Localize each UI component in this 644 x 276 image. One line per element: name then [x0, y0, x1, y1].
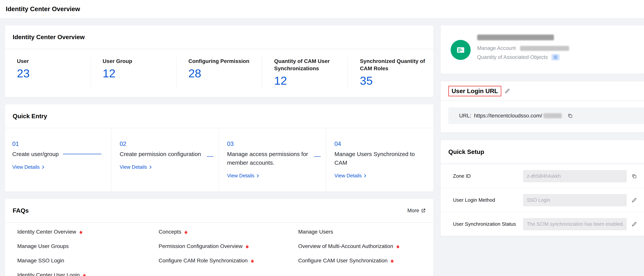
quick-setup-row-sync-status: User Synchronization Status The SCIM syn…	[441, 212, 644, 236]
faqs-card: FAQs More Identity Center Overview Conce…	[5, 199, 433, 276]
quick-entry-steps: 01 Create user/group View Details 02	[5, 128, 433, 192]
step-title: Create permission configuration	[120, 150, 204, 158]
hot-flame-icon	[390, 258, 394, 263]
copy-url-button[interactable]	[567, 113, 573, 118]
account-card: Manage Account Quantity of Associated Ob…	[441, 25, 644, 74]
step-number: 02	[120, 140, 211, 148]
url-label: URL:	[459, 113, 472, 119]
stat-cam-user-synchronizations: Quantity of CAM User Synchronizations 12	[262, 57, 348, 88]
view-details-link[interactable]: View Details	[227, 173, 260, 179]
step-number: 04	[334, 140, 426, 148]
faq-link[interactable]: Identity Center User Login	[17, 268, 158, 276]
quick-entry-step-4: 04 Manage Users Synchronized to CAM View…	[326, 128, 433, 192]
view-details-link[interactable]: View Details	[334, 173, 367, 179]
redacted-account-name	[477, 34, 554, 40]
overview-card-header: Identity Center Overview	[5, 25, 433, 49]
zone-id-value-field: z-dh5i84h4ukkh	[523, 170, 627, 182]
quick-entry-step-3: 03 Manage access permissions for member …	[219, 128, 326, 192]
step-connector-dash	[314, 156, 321, 157]
faq-link[interactable]: Concepts	[158, 224, 298, 239]
faqs-card-header: FAQs More	[5, 199, 433, 223]
stat-configuring-permission: Configuring Permission 28	[176, 57, 262, 88]
quick-setup-row-label: User Synchronization Status	[453, 221, 523, 227]
copy-zone-id-button[interactable]	[631, 173, 637, 179]
associated-objects-row: Quantity of Associated Objects	[477, 54, 569, 60]
step-connector-line	[63, 154, 102, 154]
hot-flame-icon	[82, 272, 86, 276]
faqs-more-link[interactable]: More	[407, 208, 426, 214]
user-login-url-card: User Login URL URL: https://tencentcloud…	[441, 82, 644, 132]
quick-setup-row-label: Zone ID	[453, 173, 523, 179]
external-link-icon	[421, 208, 426, 213]
faq-label: Configure CAM User Synchronization	[298, 258, 388, 264]
chevron-right-icon	[148, 165, 152, 169]
manage-account-label: Manage Account	[477, 45, 516, 51]
overview-card-title: Identity Center Overview	[13, 34, 85, 41]
faq-link[interactable]: Manage SSO Login	[17, 253, 158, 268]
faq-label: Permission Configuration Overview	[158, 243, 242, 249]
redacted-url-suffix	[544, 113, 562, 118]
main-layout: Identity Center Overview User 23 User Gr…	[0, 18, 644, 276]
view-details-link[interactable]: View Details	[12, 164, 45, 170]
faq-label: Configure CAM Role Synchronization	[158, 258, 248, 264]
step-number: 03	[227, 140, 318, 148]
edit-sync-status-button[interactable]	[631, 221, 637, 227]
stat-label: User	[17, 58, 85, 65]
stat-value: 35	[360, 74, 428, 88]
hot-flame-icon	[396, 244, 400, 249]
hot-flame-icon	[184, 229, 188, 234]
page-title: Identity Center Overview	[6, 5, 80, 13]
login-method-value-field: SSO Login	[523, 194, 627, 206]
right-column: Manage Account Quantity of Associated Ob…	[441, 25, 644, 236]
edit-login-url-button[interactable]	[504, 88, 510, 94]
view-details-link[interactable]: View Details	[120, 164, 152, 170]
faq-label: Overview of Multi-Account Authorization	[298, 243, 393, 249]
user-login-url-title: User Login URL	[452, 88, 498, 94]
stat-value: 12	[274, 74, 342, 88]
view-details-label: View Details	[227, 173, 254, 179]
step-title: Manage access permissions for member acc…	[227, 150, 312, 167]
quick-setup-row-zone-id: Zone ID z-dh5i84h4ukkh	[441, 164, 644, 188]
stat-value: 12	[103, 67, 170, 80]
faq-label: Manage SSO Login	[17, 258, 64, 264]
step-number: 01	[12, 140, 104, 148]
overview-stats: User 23 User Group 12 Configuring Permis…	[5, 49, 433, 97]
faq-label: Manage Users	[298, 229, 333, 235]
step-title: Create user/group	[12, 150, 59, 158]
user-login-url-title-highlight: User Login URL	[448, 86, 501, 96]
view-details-label: View Details	[12, 164, 40, 170]
faq-link[interactable]: Configure CAM User Synchronization	[298, 253, 426, 268]
faq-label: Identity Center User Login	[17, 272, 80, 276]
quick-setup-card: Quick Setup Zone ID z-dh5i84h4ukkh User …	[441, 140, 644, 236]
associated-objects-label: Quantity of Associated Objects	[477, 54, 548, 60]
login-url-value: https://tencentcloudsso.com/	[474, 113, 542, 119]
user-login-url-body: URL: https://tencentcloudsso.com/	[441, 101, 644, 132]
associated-objects-count-badge[interactable]	[551, 54, 560, 60]
stat-label: Synchronized Quantity of CAM Roles	[360, 58, 428, 72]
faq-link[interactable]: Manage Users	[298, 224, 426, 239]
step-title: Manage Users Synchronized to CAM	[334, 150, 419, 167]
step-connector-dash	[207, 156, 213, 157]
faq-link[interactable]: Permission Configuration Overview	[158, 239, 298, 253]
faq-link[interactable]: Overview of Multi-Account Authorization	[298, 239, 426, 253]
redacted-count	[554, 55, 558, 59]
chevron-right-icon	[256, 174, 260, 178]
faq-link[interactable]: Identity Center Overview	[17, 224, 158, 239]
quick-setup-row-login-method: User Login Method SSO Login	[441, 188, 644, 212]
account-info: Manage Account Quantity of Associated Ob…	[477, 34, 569, 74]
top-bar: Identity Center Overview	[0, 0, 644, 18]
view-details-label: View Details	[334, 173, 362, 179]
left-column: Identity Center Overview User 23 User Gr…	[5, 25, 433, 276]
faq-link[interactable]: Configure CAM Role Synchronization	[158, 253, 298, 268]
edit-login-method-button[interactable]	[631, 197, 637, 203]
chevron-right-icon	[363, 174, 367, 178]
quick-setup-title: Quick Setup	[448, 148, 484, 156]
faq-grid: Identity Center Overview Concepts Manage…	[5, 223, 433, 276]
faqs-more-label: More	[407, 208, 419, 214]
quick-entry-step-1: 01 Create user/group View Details	[5, 128, 111, 192]
chevron-right-icon	[41, 165, 45, 169]
overview-card: Identity Center Overview User 23 User Gr…	[5, 25, 433, 97]
login-url-bar: URL: https://tencentcloudsso.com/	[448, 108, 644, 124]
stat-user: User 23	[5, 57, 90, 88]
faq-link[interactable]: Manage User Groups	[17, 239, 158, 253]
